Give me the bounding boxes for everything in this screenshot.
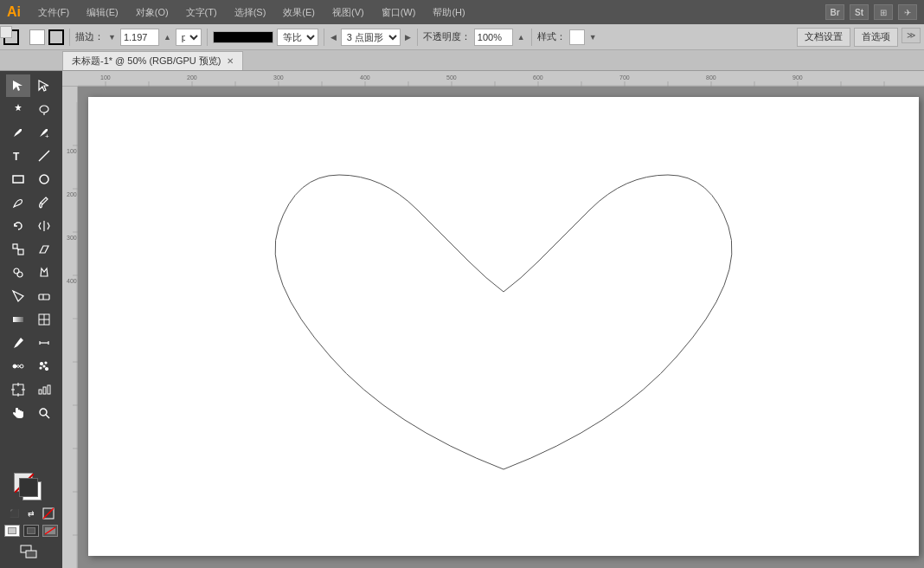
blend-tool-btn[interactable] — [6, 355, 30, 378]
svg-text:900: 900 — [792, 74, 803, 81]
stroke-color-box[interactable] — [19, 478, 38, 497]
color-boxes[interactable] — [14, 473, 48, 506]
menu-help[interactable]: 帮助(H) — [429, 6, 468, 19]
add-anchor-tool-btn[interactable]: + — [32, 121, 56, 144]
adobe-bridge-btn[interactable]: Br — [825, 4, 844, 20]
menu-type[interactable]: 文字(T) — [183, 6, 221, 19]
stroke-box[interactable] — [48, 29, 64, 45]
menu-window[interactable]: 窗口(W) — [378, 6, 420, 19]
slice-tool-btn[interactable] — [6, 285, 30, 307]
style-color-box[interactable] — [569, 29, 585, 45]
svg-point-24 — [41, 363, 43, 365]
rectangle-tool-btn[interactable] — [6, 168, 30, 190]
eraser-tool-btn[interactable] — [32, 285, 56, 307]
svg-text:200: 200 — [67, 191, 77, 197]
type-tool-btn[interactable]: T — [6, 145, 30, 167]
share-btn[interactable]: ✈ — [898, 4, 917, 20]
zoom-tool-btn[interactable] — [32, 402, 56, 424]
artboard-tool-btn[interactable] — [6, 378, 30, 401]
mesh-tool-btn[interactable] — [32, 308, 56, 331]
normal-mode-icon[interactable] — [4, 525, 20, 537]
titlebar-right: Br St ⊞ ✈ — [825, 4, 917, 20]
stroke-style-preview — [213, 31, 273, 43]
tab-untitled1[interactable]: 未标题-1* @ 50% (RGB/GPU 预览) ✕ — [62, 51, 243, 70]
stroke-unit-select[interactable]: pt — [176, 29, 202, 46]
opacity-label: 不透明度： — [423, 30, 471, 43]
arrange-windows-btn[interactable]: ⊞ — [874, 4, 893, 20]
svg-point-25 — [45, 362, 47, 364]
lasso-tool-btn[interactable] — [32, 98, 56, 120]
svg-text:300: 300 — [67, 235, 77, 241]
doc-settings-btn[interactable]: 文档设置 — [797, 28, 850, 47]
tool-row-3: + — [2, 121, 61, 144]
pen-tool-btn[interactable] — [6, 121, 30, 144]
tab-close-btn[interactable]: ✕ — [227, 56, 234, 66]
adobe-stock-btn[interactable]: St — [850, 4, 869, 20]
points-right-arrow[interactable]: ▶ — [404, 33, 412, 42]
menu-edit[interactable]: 编辑(E) — [83, 6, 122, 19]
full-screen-no-menu-icon[interactable] — [23, 525, 39, 537]
selection-tool-btn[interactable] — [6, 74, 30, 97]
paintbrush-tool-btn[interactable] — [32, 191, 56, 214]
stroke-ratio-select[interactable]: 等比 — [277, 29, 318, 46]
swap-colors-icon[interactable]: ⇄ — [24, 507, 38, 520]
stroke-value-input[interactable] — [120, 29, 159, 46]
menu-file[interactable]: 文件(F) — [35, 6, 73, 19]
magic-wand-tool-btn[interactable] — [6, 98, 30, 120]
more-options-btn[interactable]: ≫ — [902, 28, 921, 43]
stroke-up-arrow[interactable]: ▲ — [163, 33, 172, 42]
menu-object[interactable]: 对象(O) — [132, 6, 172, 19]
menu-effect[interactable]: 效果(E) — [279, 6, 318, 19]
divider4 — [417, 29, 418, 46]
heart-path[interactable] — [275, 175, 732, 469]
points-left-arrow[interactable]: ◀ — [330, 33, 337, 42]
canvas-area[interactable]: 100200 300400 500600 700800 900 — [62, 71, 924, 568]
shape-builder-tool-btn[interactable] — [6, 261, 30, 284]
preferences-btn[interactable]: 首选项 — [854, 28, 898, 47]
svg-rect-35 — [43, 387, 46, 394]
arrange-icon[interactable] — [5, 544, 57, 561]
default-colors-icon[interactable]: ⬛ — [7, 507, 21, 520]
title-bar: Ai 文件(F) 编辑(E) 对象(O) 文字(T) 选择(S) 效果(E) 视… — [0, 0, 924, 24]
horizontal-ruler: 100200 300400 500600 700800 900 — [62, 71, 924, 87]
svg-line-4 — [39, 151, 49, 161]
svg-point-26 — [40, 367, 42, 369]
shear-tool-btn[interactable] — [32, 238, 56, 261]
divider1 — [69, 29, 70, 46]
points-type-select[interactable]: 3 点圆形 — [341, 29, 401, 46]
menu-select[interactable]: 选择(S) — [231, 6, 270, 19]
symbol-sprayer-tool-btn[interactable] — [32, 355, 56, 378]
direct-selection-tool-btn[interactable] — [32, 74, 56, 97]
eyedropper-tool-btn[interactable] — [6, 332, 30, 354]
vertical-ruler: 100 200 300 400 — [62, 87, 78, 568]
line-tool-btn[interactable] — [32, 145, 56, 167]
style-arrow[interactable]: ▼ — [588, 33, 598, 42]
tool-row-2 — [2, 98, 61, 120]
hand-tool-btn[interactable] — [6, 402, 30, 424]
opacity-input[interactable] — [474, 29, 513, 46]
svg-point-23 — [20, 365, 23, 368]
svg-point-28 — [43, 365, 45, 367]
left-toolbar: + T — [0, 71, 62, 568]
rotate-tool-btn[interactable] — [6, 215, 30, 237]
graph-tool-btn[interactable] — [32, 378, 56, 401]
reflect-tool-btn[interactable] — [32, 215, 56, 237]
opacity-arrow[interactable]: ▲ — [517, 33, 526, 42]
svg-rect-5 — [13, 176, 23, 183]
scale-tool-btn[interactable] — [6, 238, 30, 261]
menu-view[interactable]: 视图(V) — [329, 6, 368, 19]
svg-line-10 — [17, 248, 19, 250]
live-paint-tool-btn[interactable] — [32, 261, 56, 284]
stroke-down-arrow[interactable]: ▼ — [107, 33, 117, 42]
svg-point-6 — [40, 175, 48, 184]
measure-tool-btn[interactable] — [32, 332, 56, 354]
pencil-tool-btn[interactable] — [6, 191, 30, 214]
tool-row-4: T — [2, 145, 61, 167]
ellipse-tool-btn[interactable] — [32, 168, 56, 190]
red-diagonal-icon[interactable] — [42, 525, 58, 537]
fill-color-box[interactable] — [29, 29, 45, 45]
none-icon[interactable] — [42, 507, 55, 520]
gradient-tool-btn[interactable] — [6, 308, 30, 331]
stroke-color-icon[interactable] — [3, 29, 19, 45]
divider2 — [207, 29, 208, 46]
